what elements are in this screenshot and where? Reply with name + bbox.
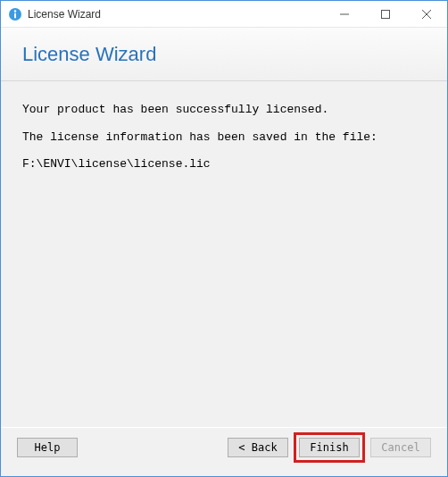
finish-highlight: Finish <box>294 432 365 463</box>
wizard-header: License Wizard <box>1 28 447 81</box>
titlebar: License Wizard <box>1 1 447 28</box>
window-controls <box>324 1 447 27</box>
help-button[interactable]: Help <box>17 438 78 457</box>
file-saved-message: The license information has been saved i… <box>22 127 426 149</box>
window-title: License Wizard <box>28 8 324 21</box>
info-icon <box>8 7 22 21</box>
svg-rect-4 <box>382 11 390 19</box>
wizard-footer: Help < Back Finish Cancel <box>1 428 447 476</box>
maximize-button[interactable] <box>365 1 406 28</box>
wizard-content: Your product has been successfully licen… <box>1 81 447 427</box>
back-button[interactable]: < Back <box>228 438 288 457</box>
svg-point-1 <box>14 10 16 12</box>
minimize-button[interactable] <box>324 1 365 28</box>
close-button[interactable] <box>406 1 447 28</box>
license-file-path: F:\ENVI\license\license.lic <box>22 154 426 176</box>
finish-button[interactable]: Finish <box>299 438 360 457</box>
page-title: License Wizard <box>22 43 156 66</box>
cancel-button: Cancel <box>370 438 431 457</box>
footer-buttons: < Back Finish Cancel <box>228 432 431 463</box>
svg-rect-2 <box>14 13 16 18</box>
success-message: Your product has been successfully licen… <box>22 99 426 121</box>
